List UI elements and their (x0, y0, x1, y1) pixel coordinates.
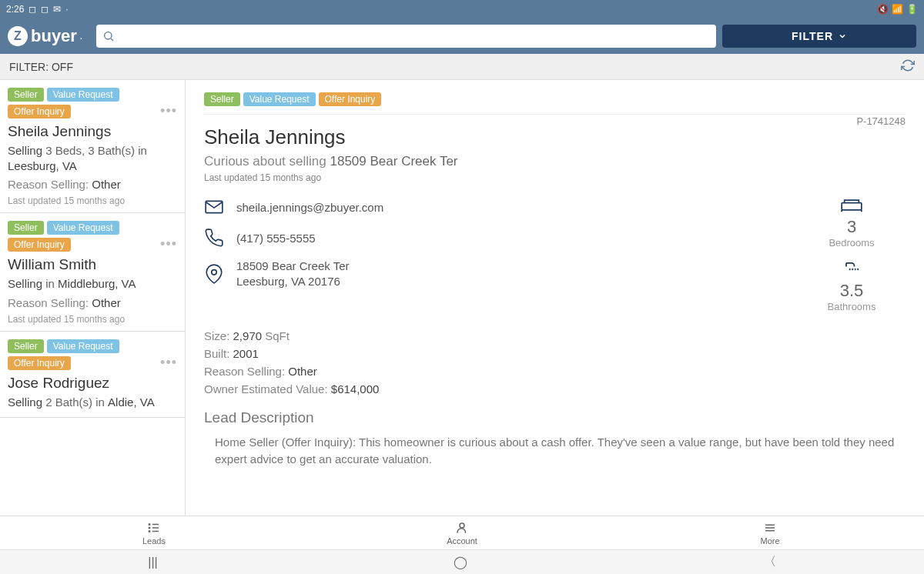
filter-label: FILTER: (9, 61, 49, 73)
lead-name: Sheila Jennings (8, 123, 177, 140)
lead-list-item[interactable]: Seller Value Request Offer Inquiry ••• W… (0, 213, 185, 332)
lead-list-item[interactable]: Seller Value Request Offer Inquiry ••• S… (0, 80, 185, 213)
tab-leads[interactable]: Leads (0, 516, 308, 549)
status-icon: ◻ (41, 4, 49, 15)
svg-line-1 (111, 38, 113, 41)
lead-location: Middleburg, VA (58, 277, 136, 290)
email-value: sheila.jennings@zbuyer.com (236, 201, 383, 214)
tag-offer-inquiry: Offer Inquiry (8, 356, 71, 370)
lead-item-menu[interactable]: ••• (160, 103, 177, 119)
address-line1: 18509 Bear Creek Ter (236, 259, 349, 274)
lead-name: William Smith (8, 256, 177, 273)
chevron-down-icon (838, 32, 847, 41)
bottom-tab-bar: Leads Account More (0, 516, 924, 549)
lead-id: P-1741248 (856, 115, 906, 127)
lead-updated: Last updated 15 months ago (8, 314, 177, 325)
mute-icon: 🔇 (877, 4, 889, 15)
tag-value-request: Value Request (47, 221, 119, 235)
tag-offer-inquiry: Offer Inquiry (8, 105, 71, 118)
tab-account[interactable]: Account (308, 516, 616, 549)
battery-icon: 🔋 (906, 4, 918, 15)
reason-value: Other (92, 296, 121, 309)
search-icon (102, 30, 115, 42)
tag-seller: Seller (8, 221, 44, 235)
built-value: 2001 (233, 347, 259, 360)
detail-name: Sheila Jennings (204, 125, 906, 149)
mail-icon (204, 197, 224, 217)
user-icon (454, 521, 470, 535)
shower-icon (841, 261, 862, 278)
selling-prefix: Selling (8, 144, 42, 157)
address-row[interactable]: 18509 Bear Creek Ter Leesburg, VA 20176 (204, 259, 767, 289)
bathrooms-label: Bathrooms (798, 301, 906, 312)
bathrooms-stat: 3.5 Bathrooms (798, 261, 906, 312)
detail-subtitle-address: 18509 Bear Creek Ter (330, 154, 458, 169)
selling-prefix: Selling (8, 395, 42, 409)
filter-button[interactable]: FILTER (722, 25, 916, 48)
bedrooms-value: 3 (798, 217, 906, 237)
phone-row[interactable]: (417) 555-5555 (204, 228, 767, 248)
logo-text: buyer (31, 26, 77, 46)
nav-back[interactable]: 〈 (764, 554, 776, 570)
lead-list-sidebar[interactable]: Seller Value Request Offer Inquiry ••• S… (0, 80, 186, 516)
search-input[interactable] (115, 30, 710, 42)
selling-prefix: Selling (8, 277, 42, 290)
tag-seller: Seller (8, 339, 44, 353)
filter-status-bar: FILTER: OFF (0, 54, 924, 80)
svg-rect-2 (206, 201, 223, 212)
refresh-icon (901, 58, 915, 72)
location-icon (204, 264, 224, 284)
owner-est-label: Owner Estimated Value: (204, 382, 328, 395)
filter-state: OFF (52, 61, 73, 73)
size-unit: SqFt (265, 329, 290, 342)
bathrooms-value: 3.5 (798, 281, 906, 301)
svg-rect-4 (842, 203, 862, 210)
phone-icon (204, 228, 224, 248)
selling-text: in (45, 277, 55, 290)
status-icon: ◻ (28, 4, 36, 15)
selling-text: 2 Bath(s) in (45, 395, 105, 409)
bedrooms-stat: 3 Bedrooms (798, 197, 906, 249)
built-label: Built: (204, 347, 229, 360)
reason-value: Other (288, 365, 317, 378)
svg-point-15 (460, 523, 464, 528)
tag-value-request: Value Request (47, 88, 119, 102)
lead-location: Aldie, VA (108, 395, 155, 409)
lead-list-item[interactable]: Seller Value Request Offer Inquiry ••• J… (0, 332, 185, 419)
filter-button-label: FILTER (792, 30, 833, 42)
svg-point-3 (212, 269, 217, 275)
refresh-button[interactable] (901, 58, 915, 75)
svg-point-11 (149, 527, 150, 529)
reason-value: Other (92, 178, 121, 191)
menu-icon (762, 521, 778, 535)
svg-point-0 (104, 32, 111, 39)
size-label: Size: (204, 329, 229, 342)
lead-updated: Last updated 15 months ago (8, 195, 177, 206)
status-icon: ✉ (53, 4, 61, 15)
app-logo: Z buyer. (8, 26, 82, 46)
app-header: Z buyer. FILTER (0, 18, 924, 54)
android-nav-bar: ||| ◯ 〈 (0, 549, 924, 574)
selling-text: 3 Beds, 3 Bath(s) in (45, 144, 147, 157)
tab-more[interactable]: More (616, 516, 924, 549)
lead-description-title: Lead Description (204, 409, 906, 426)
tag-seller: Seller (8, 88, 44, 102)
tag-offer-inquiry: Offer Inquiry (319, 92, 382, 106)
tab-account-label: Account (447, 536, 477, 546)
reason-label: Reason Selling: (8, 178, 89, 191)
phone-value: (417) 555-5555 (236, 232, 316, 245)
status-icon: · (65, 4, 68, 15)
bedrooms-label: Bedrooms (798, 237, 906, 249)
search-container[interactable] (96, 25, 716, 48)
nav-home[interactable]: ◯ (454, 555, 467, 569)
size-value: 2,970 (233, 329, 263, 342)
svg-point-13 (149, 530, 150, 532)
lead-name: Jose Rodriguez (8, 375, 177, 392)
email-row[interactable]: sheila.jennings@zbuyer.com (204, 197, 767, 217)
status-time: 2:26 (6, 4, 24, 15)
lead-item-menu[interactable]: ••• (160, 236, 177, 252)
lead-item-menu[interactable]: ••• (160, 355, 177, 371)
nav-recents[interactable]: ||| (148, 556, 157, 569)
android-status-bar: 2:26 ◻ ◻ ✉ · 🔇 📶 🔋 (0, 0, 924, 18)
address-line2: Leesburg, VA 20176 (236, 274, 349, 289)
